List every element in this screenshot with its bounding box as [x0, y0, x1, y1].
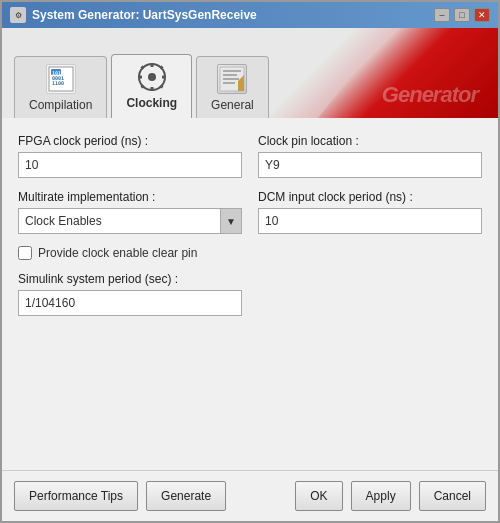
- checkbox-row: Provide clock enable clear pin: [18, 246, 482, 260]
- title-bar: ⚙ System Generator: UartSysGenReceive – …: [2, 2, 498, 28]
- multirate-select-wrapper: Clock Enables HDL Coding Style Distribut…: [18, 208, 242, 234]
- general-icon-img: [217, 64, 247, 94]
- minimize-button[interactable]: –: [434, 8, 450, 22]
- svg-rect-19: [223, 82, 235, 84]
- multirate-label: Multirate implementation :: [18, 190, 242, 204]
- content-area: FPGA clock period (ns) : Clock pin locat…: [2, 118, 498, 470]
- compilation-icon-img: 1010 0001 1100: [46, 64, 76, 94]
- svg-rect-16: [223, 70, 241, 72]
- form-group-multirate: Multirate implementation : Clock Enables…: [18, 190, 242, 234]
- clock-pin-input[interactable]: [258, 152, 482, 178]
- title-controls: – □ ✕: [434, 8, 490, 22]
- svg-rect-18: [223, 78, 239, 80]
- generate-button[interactable]: Generate: [146, 481, 226, 511]
- svg-rect-7: [150, 63, 153, 67]
- window-icon: ⚙: [10, 7, 26, 23]
- title-bar-left: ⚙ System Generator: UartSysGenReceive: [10, 7, 257, 23]
- maximize-button[interactable]: □: [454, 8, 470, 22]
- tab-general[interactable]: General: [196, 56, 269, 118]
- clock-enable-checkbox[interactable]: [18, 246, 32, 260]
- svg-rect-9: [138, 76, 142, 79]
- general-icon: [216, 63, 248, 95]
- tab-bar: 1010 0001 1100 Compilation: [14, 54, 269, 118]
- svg-rect-10: [162, 76, 166, 79]
- form-group-simulink: Simulink system period (sec) :: [18, 272, 242, 316]
- ok-button[interactable]: OK: [295, 481, 342, 511]
- form-row-simulink: Simulink system period (sec) :: [18, 272, 482, 316]
- fpga-clock-label: FPGA clock period (ns) :: [18, 134, 242, 148]
- form-group-fpga-clock: FPGA clock period (ns) :: [18, 134, 242, 178]
- cancel-button[interactable]: Cancel: [419, 481, 486, 511]
- header-watermark: Generator: [382, 82, 478, 108]
- tab-compilation-label: Compilation: [29, 98, 92, 112]
- tab-clocking-label: Clocking: [126, 96, 177, 110]
- close-button[interactable]: ✕: [474, 8, 490, 22]
- content-wrapper: FPGA clock period (ns) : Clock pin locat…: [2, 118, 498, 521]
- svg-point-6: [148, 73, 156, 81]
- form-row-2: Multirate implementation : Clock Enables…: [18, 190, 482, 234]
- dcm-input[interactable]: [258, 208, 482, 234]
- dcm-label: DCM input clock period (ns) :: [258, 190, 482, 204]
- form-row-1: FPGA clock period (ns) : Clock pin locat…: [18, 134, 482, 178]
- clock-pin-label: Clock pin location :: [258, 134, 482, 148]
- svg-rect-17: [223, 74, 237, 76]
- tab-clocking[interactable]: Clocking: [111, 54, 192, 118]
- performance-tips-button[interactable]: Performance Tips: [14, 481, 138, 511]
- content-spacer: [18, 328, 482, 462]
- apply-button[interactable]: Apply: [351, 481, 411, 511]
- checkbox-label: Provide clock enable clear pin: [38, 246, 197, 260]
- window-title: System Generator: UartSysGenReceive: [32, 8, 257, 22]
- compilation-icon: 1010 0001 1100: [45, 63, 77, 95]
- simulink-label: Simulink system period (sec) :: [18, 272, 242, 286]
- svg-text:1100: 1100: [52, 80, 64, 86]
- fpga-clock-input[interactable]: [18, 152, 242, 178]
- main-window: ⚙ System Generator: UartSysGenReceive – …: [0, 0, 500, 523]
- svg-rect-8: [150, 87, 153, 91]
- form-group-clock-pin: Clock pin location :: [258, 134, 482, 178]
- simulink-input[interactable]: [18, 290, 242, 316]
- tab-general-label: General: [211, 98, 254, 112]
- header-area: Generator 1010 0001 1100 Compilatio: [2, 28, 498, 118]
- multirate-select[interactable]: Clock Enables HDL Coding Style Distribut…: [18, 208, 242, 234]
- footer: Performance Tips Generate OK Apply Cance…: [2, 470, 498, 521]
- tab-compilation[interactable]: 1010 0001 1100 Compilation: [14, 56, 107, 118]
- form-group-dcm: DCM input clock period (ns) :: [258, 190, 482, 234]
- clocking-icon: [136, 61, 168, 93]
